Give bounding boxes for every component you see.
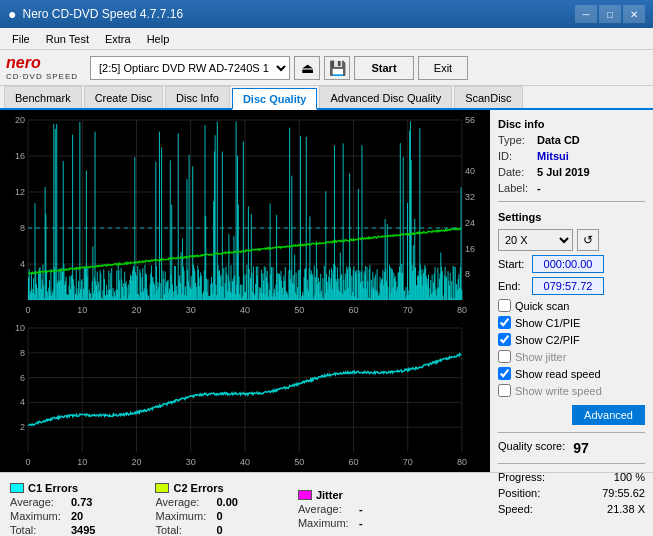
quality-score-value: 97 xyxy=(573,440,589,456)
c1-average-value: 0.73 xyxy=(71,496,92,508)
c2-title: C2 Errors xyxy=(173,482,223,494)
type-value: Data CD xyxy=(537,134,580,146)
tab-bar: Benchmark Create Disc Disc Info Disc Qua… xyxy=(0,86,653,110)
c2-maximum-value: 0 xyxy=(216,510,222,522)
eject-button[interactable]: ⏏ xyxy=(294,56,320,80)
tab-create-disc[interactable]: Create Disc xyxy=(84,86,163,108)
c1-total-value: 3495 xyxy=(71,524,95,536)
logo: nero CD·DVD SPEED xyxy=(6,54,78,81)
c1-title: C1 Errors xyxy=(28,482,78,494)
menu-help[interactable]: Help xyxy=(139,31,178,47)
menu-bar: File Run Test Extra Help xyxy=(0,28,653,50)
start-button[interactable]: Start xyxy=(354,56,414,80)
tab-disc-quality[interactable]: Disc Quality xyxy=(232,88,318,110)
logo-sub: CD·DVD SPEED xyxy=(6,72,78,81)
speed-value: 21.38 X xyxy=(607,503,645,515)
c2-total-value: 0 xyxy=(216,524,222,536)
type-label: Type: xyxy=(498,134,533,146)
menu-run-test[interactable]: Run Test xyxy=(38,31,97,47)
legend-jitter: Jitter Average: - Maximum: - xyxy=(298,489,363,529)
logo-nero: nero xyxy=(6,54,41,72)
show-read-speed-label: Show read speed xyxy=(515,368,601,380)
jitter-maximum-label: Maximum: xyxy=(298,517,353,529)
app-icon: ● xyxy=(8,6,16,22)
position-value: 79:55.62 xyxy=(602,487,645,499)
end-label: End: xyxy=(498,280,528,292)
tab-scandisc[interactable]: ScanDisc xyxy=(454,86,522,108)
exit-button[interactable]: Exit xyxy=(418,56,468,80)
save-button[interactable]: 💾 xyxy=(324,56,350,80)
jitter-maximum-value: - xyxy=(359,517,363,529)
quick-scan-checkbox[interactable] xyxy=(498,299,511,312)
drive-select[interactable]: [2:5] Optiarc DVD RW AD-7240S 1.04 xyxy=(90,56,290,80)
date-value: 5 Jul 2019 xyxy=(537,166,590,178)
tab-benchmark[interactable]: Benchmark xyxy=(4,86,82,108)
settings-title: Settings xyxy=(498,211,645,223)
c1-maximum-value: 20 xyxy=(71,510,83,522)
progress-label: Progress: xyxy=(498,471,545,483)
show-jitter-checkbox[interactable] xyxy=(498,350,511,363)
start-label: Start: xyxy=(498,258,528,270)
refresh-button[interactable]: ↺ xyxy=(577,229,599,251)
show-write-speed-checkbox[interactable] xyxy=(498,384,511,397)
maximize-button[interactable]: □ xyxy=(599,5,621,23)
menu-extra[interactable]: Extra xyxy=(97,31,139,47)
c2-average-value: 0.00 xyxy=(216,496,237,508)
progress-value: 100 % xyxy=(614,471,645,483)
label-label: Label: xyxy=(498,182,533,194)
show-write-speed-label: Show write speed xyxy=(515,385,602,397)
speed-label: Speed: xyxy=(498,503,533,515)
advanced-button[interactable]: Advanced xyxy=(572,405,645,425)
c1-total-label: Total: xyxy=(10,524,65,536)
main-content: Disc info Type: Data CD ID: Mitsui Date:… xyxy=(0,110,653,472)
speed-select[interactable]: 20 XMax1 X2 X4 X8 X16 X xyxy=(498,229,573,251)
show-jitter-label: Show jitter xyxy=(515,351,566,363)
show-c2pif-checkbox[interactable] xyxy=(498,333,511,346)
c2-color-box xyxy=(155,483,169,493)
tab-advanced-disc-quality[interactable]: Advanced Disc Quality xyxy=(319,86,452,108)
legend-c2: C2 Errors Average: 0.00 Maximum: 0 Total… xyxy=(155,482,237,536)
jitter-title: Jitter xyxy=(316,489,343,501)
menu-file[interactable]: File xyxy=(4,31,38,47)
start-input[interactable] xyxy=(532,255,604,273)
chart-area xyxy=(0,110,490,472)
c1-average-label: Average: xyxy=(10,496,65,508)
toolbar: nero CD·DVD SPEED [2:5] Optiarc DVD RW A… xyxy=(0,50,653,86)
label-value: - xyxy=(537,182,541,194)
id-label: ID: xyxy=(498,150,533,162)
end-input[interactable] xyxy=(532,277,604,295)
show-c1pie-checkbox[interactable] xyxy=(498,316,511,329)
tab-disc-info[interactable]: Disc Info xyxy=(165,86,230,108)
id-value: Mitsui xyxy=(537,150,569,162)
date-label: Date: xyxy=(498,166,533,178)
right-panel: Disc info Type: Data CD ID: Mitsui Date:… xyxy=(490,110,653,472)
legend-c1: C1 Errors Average: 0.73 Maximum: 20 Tota… xyxy=(10,482,95,536)
chart-lower xyxy=(0,320,489,472)
jitter-color-box xyxy=(298,490,312,500)
app-title: Nero CD-DVD Speed 4.7.7.16 xyxy=(22,7,183,21)
c1-color-box xyxy=(10,483,24,493)
show-c1pie-label: Show C1/PIE xyxy=(515,317,580,329)
c1-maximum-label: Maximum: xyxy=(10,510,65,522)
jitter-average-label: Average: xyxy=(298,503,353,515)
c2-total-label: Total: xyxy=(155,524,210,536)
c2-maximum-label: Maximum: xyxy=(155,510,210,522)
title-bar: ● Nero CD-DVD Speed 4.7.7.16 ─ □ ✕ xyxy=(0,0,653,28)
quick-scan-label: Quick scan xyxy=(515,300,569,312)
position-label: Position: xyxy=(498,487,540,499)
c2-average-label: Average: xyxy=(155,496,210,508)
chart-upper xyxy=(0,110,489,320)
disc-info-title: Disc info xyxy=(498,118,645,130)
show-c2pif-label: Show C2/PIF xyxy=(515,334,580,346)
show-read-speed-checkbox[interactable] xyxy=(498,367,511,380)
close-button[interactable]: ✕ xyxy=(623,5,645,23)
minimize-button[interactable]: ─ xyxy=(575,5,597,23)
jitter-average-value: - xyxy=(359,503,363,515)
quality-score-label: Quality score: xyxy=(498,440,565,456)
